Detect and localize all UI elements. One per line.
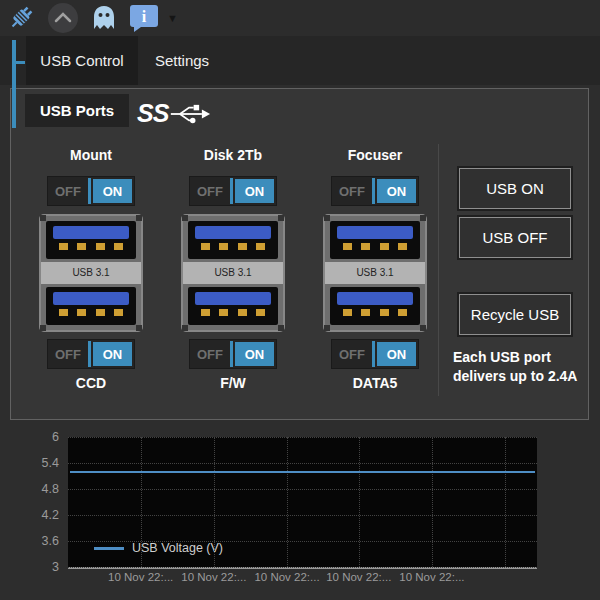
toggle-focuser[interactable]: OFF ON [331, 176, 419, 206]
usb-trident-icon [169, 101, 211, 127]
x-axis: 10 Nov 22:...10 Nov 22:...10 Nov 22:...1… [68, 569, 537, 591]
recycle-usb-button[interactable]: Recycle USB [459, 294, 571, 335]
usb-port-note: Each USB port delivers up to 2.4A [453, 348, 587, 386]
screw-icon [420, 325, 426, 331]
legend-label: USB Voltage (V) [132, 541, 223, 555]
v-gridline [141, 437, 142, 567]
voltage-series-line [70, 471, 535, 473]
v-gridline [214, 437, 215, 567]
screw-icon [40, 325, 46, 331]
toggle-separator [372, 178, 375, 204]
screw-icon [182, 325, 188, 331]
usb-port-graphic: USB 3.1 [181, 214, 285, 332]
usb-tongue [337, 292, 413, 305]
screw-icon [182, 215, 188, 221]
usb-version-band: USB 3.1 [41, 262, 141, 284]
chevron-up-icon-svg [46, 1, 80, 35]
toggle-separator [230, 341, 233, 367]
usb-pins [53, 239, 129, 250]
usb-receptacle-top [330, 221, 420, 259]
tab-usb-control[interactable]: USB Control [26, 36, 138, 85]
toggle-data5[interactable]: OFF ON [331, 339, 419, 369]
h-gridline [68, 463, 537, 464]
chart-legend: USB Voltage (V) [94, 541, 223, 555]
screw-icon [324, 325, 330, 331]
info-bubble-icon[interactable]: i [128, 3, 160, 33]
toggle-fw[interactable]: OFF ON [189, 339, 277, 369]
usb-tongue [53, 226, 129, 239]
usb-pins [195, 239, 271, 250]
y-axis: 65.44.84.23.63 [0, 437, 64, 567]
usb-voltage-chart: 65.44.84.23.63 USB Voltage (V) 10 Nov 22… [0, 425, 600, 600]
screw-icon [278, 325, 284, 331]
tab-settings[interactable]: Settings [140, 36, 224, 85]
usb-pins [53, 305, 129, 316]
usb-master-panel: USB ON USB OFF Recycle USB Each USB port… [451, 149, 587, 386]
v-gridline [287, 437, 288, 567]
screw-icon [136, 325, 142, 331]
h-gridline [68, 489, 537, 490]
plug-icon-svg [5, 3, 37, 33]
usb-pins [195, 305, 271, 316]
y-tick-label: 3 [52, 560, 59, 574]
toggle-separator [88, 341, 91, 367]
collapse-chevron-icon[interactable] [46, 1, 80, 35]
x-tick-label: 10 Nov 22:... [108, 571, 173, 583]
screw-icon [278, 215, 284, 221]
usb-tongue [195, 292, 271, 305]
ghost-icon[interactable] [89, 3, 119, 33]
plug-icon[interactable] [5, 3, 37, 33]
toggle-separator [230, 178, 233, 204]
toggle-off-segment[interactable]: OFF [332, 177, 372, 205]
x-tick-label: 10 Nov 22:... [254, 571, 319, 583]
active-tab-accent-line [12, 40, 16, 128]
y-tick-label: 4.2 [42, 508, 59, 522]
screw-icon [40, 215, 46, 221]
h-gridline [68, 541, 537, 542]
y-tick-label: 3.6 [42, 534, 59, 548]
usb-on-button[interactable]: USB ON [459, 168, 571, 209]
toggle-off-segment[interactable]: OFF [190, 340, 230, 368]
toggle-off-segment[interactable]: OFF [190, 177, 230, 205]
groupbox-title: USB Ports [25, 94, 129, 127]
toggle-on-segment[interactable]: ON [377, 179, 416, 203]
port-label-fw: F/W [220, 375, 246, 393]
toggle-on-segment[interactable]: ON [93, 179, 132, 203]
ss-logo-text: SS [137, 99, 168, 128]
usb-tongue [195, 226, 271, 239]
toggle-off-segment[interactable]: OFF [48, 177, 88, 205]
usb-port-graphic: USB 3.1 [39, 214, 143, 332]
toggle-on-segment[interactable]: ON [377, 342, 416, 366]
x-tick-label: 10 Nov 22:... [181, 571, 246, 583]
usb-receptacle-bottom [188, 287, 278, 325]
v-gridline [359, 437, 360, 567]
toggle-off-segment[interactable]: OFF [332, 340, 372, 368]
toggle-on-segment[interactable]: ON [235, 179, 274, 203]
toggle-mount[interactable]: OFF ON [47, 176, 135, 206]
screw-icon [136, 215, 142, 221]
usb-column-mount-ccd: Mount OFF ON USB 3.1 OFF ON CC [21, 135, 161, 393]
toggle-on-segment[interactable]: ON [235, 342, 274, 366]
x-tick-label: 10 Nov 22:... [326, 571, 391, 583]
port-label-mount: Mount [70, 147, 112, 165]
usb-receptacle-bottom [46, 287, 136, 325]
plot-area: USB Voltage (V) [68, 437, 537, 569]
toggle-off-segment[interactable]: OFF [48, 340, 88, 368]
usb-pins [337, 305, 413, 316]
h-gridline [68, 567, 537, 568]
toggle-disk[interactable]: OFF ON [189, 176, 277, 206]
v-gridline [505, 437, 506, 567]
port-label-ccd: CCD [76, 375, 106, 393]
screw-icon [324, 215, 330, 221]
usb-receptacle-top [188, 221, 278, 259]
dropdown-caret-icon[interactable]: ▼ [167, 13, 178, 24]
toggle-ccd[interactable]: OFF ON [47, 339, 135, 369]
toggle-on-segment[interactable]: ON [93, 342, 132, 366]
port-label-focuser: Focuser [348, 147, 402, 165]
usb-off-button[interactable]: USB OFF [459, 217, 571, 258]
usb-port-graphic: USB 3.1 [323, 214, 427, 332]
info-bubble-icon-svg: i [128, 3, 160, 33]
toggle-separator [88, 178, 91, 204]
usb-version-band: USB 3.1 [325, 262, 425, 284]
y-tick-label: 4.8 [42, 482, 59, 496]
